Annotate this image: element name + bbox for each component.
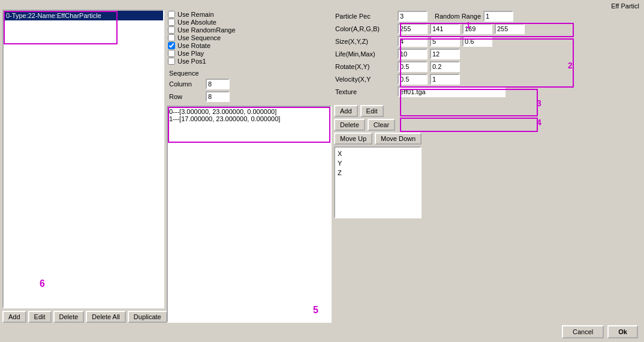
z-label: Z xyxy=(338,169,418,176)
delete-button-left[interactable]: Delete xyxy=(53,311,85,323)
life-label: Life(Min,Max) xyxy=(335,50,395,58)
use-remain-checkbox[interactable] xyxy=(168,11,175,18)
data-item-0: 0---[3.000000, 23.000000, 0.000000] xyxy=(169,108,329,115)
sequence-area: Sequence Column Row xyxy=(167,68,332,103)
right-fields: Particle Pec Random Range Color(A,R,G,B)… xyxy=(334,10,642,98)
color-row: Color(A,R,G,B) xyxy=(335,23,640,34)
row-label: Row xyxy=(169,93,202,100)
content-area: 0-Type:22-Name:EffCharParticle 6 Add Edi… xyxy=(2,10,642,323)
size-label: Size(X,Y,Z) xyxy=(335,38,395,45)
velocity-label: Velocity(X,Y xyxy=(335,76,395,83)
size-y-input[interactable] xyxy=(430,36,460,47)
column-label: Column xyxy=(169,80,202,88)
use-play-label: Use Play xyxy=(177,50,204,57)
random-range-input[interactable] xyxy=(483,11,513,22)
right-panel: Particle Pec Random Range Color(A,R,G,B)… xyxy=(334,10,642,323)
color-a-input[interactable] xyxy=(398,23,428,34)
add-button-left[interactable]: Add xyxy=(2,311,26,323)
life-row: Life(Min,Max) xyxy=(335,49,640,59)
checkbox-use-absolute: Use Absolute xyxy=(168,19,330,26)
use-rotate-label: Use Rotate xyxy=(177,42,210,49)
checkbox-use-sequence: Use Sequence xyxy=(168,34,330,41)
rotate-row: Rotate(X,Y) xyxy=(335,61,640,72)
particle-pec-row: Particle Pec Random Range xyxy=(335,11,640,22)
rotate-x-input[interactable] xyxy=(398,61,428,72)
velocity-y-input[interactable] xyxy=(430,74,460,85)
ok-button[interactable]: Ok xyxy=(607,325,638,338)
use-sequence-label: Use Sequence xyxy=(177,34,221,41)
life-min-input[interactable] xyxy=(398,49,428,59)
delete-clear-row: Delete Clear xyxy=(334,119,422,131)
size-z-input[interactable] xyxy=(462,36,492,47)
rotate-label: Rotate(X,Y) xyxy=(335,63,395,70)
use-play-checkbox[interactable] xyxy=(168,50,175,57)
checkbox-use-rotate: Use Rotate xyxy=(168,42,330,49)
particle-list[interactable]: 0-Type:22-Name:EffCharParticle 6 xyxy=(2,10,164,308)
delete-button-right[interactable]: Delete xyxy=(334,119,365,131)
column-input[interactable] xyxy=(206,79,230,89)
checkbox-use-play: Use Play xyxy=(168,50,330,57)
left-buttons-area: Add Edit Delete Delete All Duplicate xyxy=(2,311,164,323)
texture-input[interactable] xyxy=(398,86,505,97)
color-g-input[interactable] xyxy=(462,23,492,34)
checkbox-use-remain: Use Remain xyxy=(168,11,330,18)
row-input[interactable] xyxy=(206,91,230,102)
use-rotate-checkbox[interactable] xyxy=(168,42,175,49)
color-label: Color(A,R,G,B) xyxy=(335,25,395,32)
data-list-box[interactable]: 0---[3.000000, 23.000000, 0.000000] 1---… xyxy=(167,106,332,323)
use-pos1-checkbox[interactable] xyxy=(168,58,175,65)
move-down-button[interactable]: Move Down xyxy=(375,133,422,145)
x-label: X xyxy=(338,150,418,157)
texture-label: Texture xyxy=(335,88,395,95)
color-b-input[interactable] xyxy=(495,23,525,34)
checkbox-use-randomrange: Use RandomRange xyxy=(168,26,330,34)
color-r-input[interactable] xyxy=(430,23,460,34)
duplicate-button[interactable]: Duplicate xyxy=(128,311,167,323)
annotation-5: 5 xyxy=(313,305,318,316)
random-range-label: Random Range xyxy=(435,13,481,20)
add-button-right[interactable]: Add xyxy=(334,105,358,117)
list-item[interactable]: 0-Type:22-Name:EffCharParticle xyxy=(4,11,163,20)
use-sequence-checkbox[interactable] xyxy=(168,34,175,41)
use-absolute-label: Use Absolute xyxy=(177,19,216,26)
main-container: Eff Particl 0-Type:22-Name:EffCharPartic… xyxy=(0,0,644,342)
add-edit-row: Add Edit xyxy=(334,105,422,117)
size-x-input[interactable] xyxy=(398,36,428,47)
sequence-label: Sequence xyxy=(169,70,199,77)
checkboxes-area: Use Remain Use Absolute Use RandomRange … xyxy=(167,10,332,66)
annotation-6: 6 xyxy=(40,278,45,289)
sequence-label-row: Sequence xyxy=(169,70,329,77)
row-row: Row xyxy=(169,91,329,102)
life-max-input[interactable] xyxy=(430,49,460,59)
move-row: Move Up Move Down xyxy=(334,133,422,145)
velocity-row: Velocity(X,Y xyxy=(335,74,640,85)
right-controls: Add Edit Delete Clear Move Up Move Down … xyxy=(334,103,642,218)
bottom-bar: Cancel Ok xyxy=(2,323,642,340)
left-panel: 0-Type:22-Name:EffCharParticle 6 Add Edi… xyxy=(2,10,164,323)
checkbox-use-pos1: Use Pos1 xyxy=(168,58,330,65)
use-randomrange-label: Use RandomRange xyxy=(177,26,236,34)
use-randomrange-checkbox[interactable] xyxy=(168,26,175,34)
use-absolute-checkbox[interactable] xyxy=(168,19,175,26)
xyz-area: X Y Z xyxy=(334,146,422,218)
right-action-buttons: Add Edit Delete Clear Move Up Move Down … xyxy=(334,105,422,218)
velocity-x-input[interactable] xyxy=(398,74,428,85)
move-up-button[interactable]: Move Up xyxy=(334,133,372,145)
app-title: Eff Particl xyxy=(2,2,642,10)
middle-panel: Use Remain Use Absolute Use RandomRange … xyxy=(167,10,332,323)
use-pos1-label: Use Pos1 xyxy=(177,58,206,65)
data-item-1: 1---[17.000000, 23.000000, 0.000000] xyxy=(169,115,329,122)
column-row: Column xyxy=(169,79,329,89)
cancel-button[interactable]: Cancel xyxy=(562,325,604,338)
size-row: Size(X,Y,Z) xyxy=(335,36,640,47)
edit-button-left[interactable]: Edit xyxy=(28,311,52,323)
delete-all-button[interactable]: Delete All xyxy=(86,311,125,323)
clear-button[interactable]: Clear xyxy=(368,119,395,131)
particle-pec-label: Particle Pec xyxy=(335,13,395,20)
particle-pec-input[interactable] xyxy=(398,11,428,22)
rotate-y-input[interactable] xyxy=(430,61,460,72)
y-label: Y xyxy=(338,160,418,167)
use-remain-label: Use Remain xyxy=(177,11,214,18)
edit-button-right[interactable]: Edit xyxy=(360,105,384,117)
texture-row: Texture xyxy=(335,86,640,97)
